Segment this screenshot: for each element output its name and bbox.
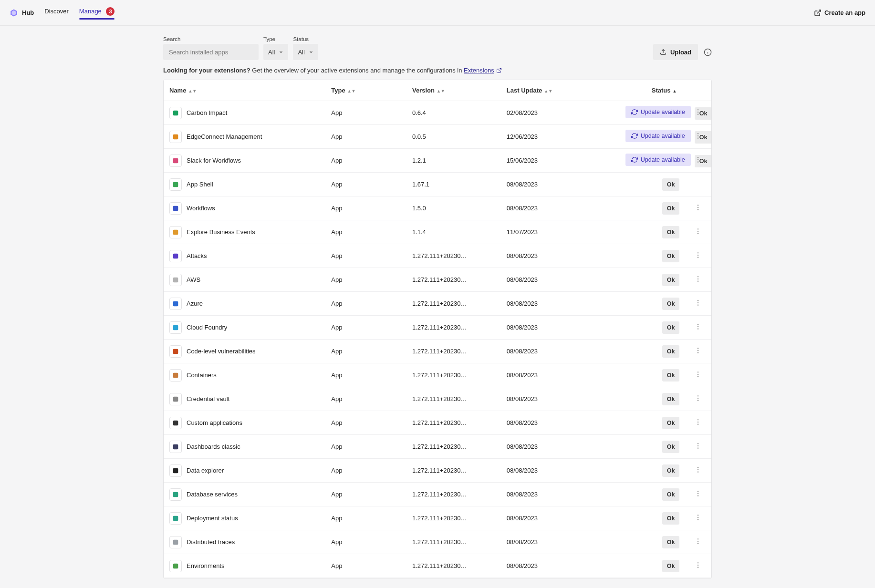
table-row[interactable]: Deployment statusApp1.272.111+20230…08/0…	[164, 506, 711, 530]
app-icon	[169, 345, 182, 358]
filter-type: Type All	[263, 36, 288, 60]
svg-point-84	[698, 567, 698, 567]
search-input[interactable]	[163, 44, 259, 60]
table-row[interactable]: ContainersApp1.272.111+20230…08/08/2023O…	[164, 363, 711, 387]
table-row[interactable]: Dashboards classicApp1.272.111+20230…08/…	[164, 435, 711, 459]
svg-rect-81	[173, 563, 178, 568]
table-row[interactable]: Data explorerApp1.272.111+20230…08/08/20…	[164, 459, 711, 483]
svg-point-14	[698, 135, 698, 136]
row-menu-button[interactable]	[694, 228, 702, 237]
svg-point-15	[698, 137, 698, 138]
table-row[interactable]: AWSApp1.272.111+20230…08/08/2023Ok	[164, 268, 711, 292]
update-available-button[interactable]: Update available	[625, 106, 691, 118]
filters-row: Search Type All Status All U	[163, 36, 712, 60]
row-menu-button[interactable]	[694, 491, 702, 499]
app-type-cell: App	[325, 220, 406, 244]
more-vertical-icon	[694, 156, 702, 164]
table-row[interactable]: Slack for WorkflowsApp1.2.115/06/2023Upd…	[164, 149, 711, 173]
table-row[interactable]: WorkflowsApp1.5.008/08/2023Ok	[164, 196, 711, 220]
extensions-link[interactable]: Extensions	[464, 67, 502, 74]
table-row[interactable]: AttacksApp1.272.111+20230…08/08/2023Ok	[164, 244, 711, 268]
row-menu-button[interactable]	[694, 395, 702, 403]
app-name-label: Attacks	[187, 252, 207, 259]
app-name-label: Workflows	[187, 205, 215, 212]
status-badge-ok: Ok	[662, 369, 680, 382]
col-header-name[interactable]: Name▲▼	[164, 80, 325, 101]
nav-discover[interactable]: Discover	[44, 8, 69, 18]
svg-point-78	[698, 538, 698, 539]
row-menu-button[interactable]	[694, 443, 702, 451]
update-available-button[interactable]: Update available	[625, 154, 691, 166]
type-select-value: All	[268, 49, 275, 56]
info-icon[interactable]	[704, 48, 712, 56]
table-row[interactable]: Credential vaultApp1.272.111+20230…08/08…	[164, 387, 711, 411]
app-type-cell: App	[325, 387, 406, 411]
status-badge-ok: Ok	[662, 345, 680, 358]
table-row[interactable]: Cloud FoundryApp1.272.111+20230…08/08/20…	[164, 316, 711, 340]
app-version-cell: 1.272.111+20230…	[412, 252, 493, 259]
app-type-cell: App	[325, 101, 406, 125]
table-row[interactable]: Carbon ImpactApp0.6.402/08/2023Update av…	[164, 101, 711, 125]
svg-point-30	[698, 252, 698, 253]
svg-point-55	[698, 397, 698, 398]
app-name-label: AWS	[187, 276, 200, 283]
status-badge-ok: Ok	[662, 321, 680, 334]
svg-point-47	[698, 350, 698, 351]
app-type-cell: App	[325, 268, 406, 292]
col-header-type[interactable]: Type▲▼	[325, 80, 406, 101]
table-row[interactable]: Distributed tracesApp1.272.111+20230…08/…	[164, 530, 711, 554]
app-name-label: Cloud Foundry	[187, 324, 227, 331]
row-menu-button[interactable]	[694, 252, 702, 260]
upload-button[interactable]: Upload	[653, 44, 698, 60]
row-menu-button[interactable]	[694, 348, 702, 356]
brand[interactable]: Hub	[10, 9, 34, 17]
app-name-label: Dashboards classic	[187, 443, 240, 450]
app-icon	[169, 202, 182, 215]
status-select[interactable]: All	[293, 44, 318, 60]
more-vertical-icon	[694, 466, 702, 474]
table-row[interactable]: AzureApp1.272.111+20230…08/08/2023Ok	[164, 292, 711, 316]
type-select[interactable]: All	[263, 44, 288, 60]
svg-point-43	[698, 326, 698, 327]
row-menu-button[interactable]	[694, 157, 702, 165]
svg-point-46	[698, 348, 698, 349]
row-menu-button[interactable]	[694, 324, 702, 332]
status-badge-ok: Ok	[662, 298, 680, 310]
col-header-menu	[684, 80, 711, 101]
svg-rect-45	[173, 349, 178, 354]
col-header-status[interactable]: Status▲	[620, 80, 685, 101]
table-row[interactable]: EdgeConnect ManagementApp0.0.512/06/2023…	[164, 125, 711, 149]
table-row[interactable]: Database servicesApp1.272.111+20230…08/0…	[164, 483, 711, 506]
row-menu-button[interactable]	[694, 133, 702, 141]
table-row[interactable]: App ShellApp1.67.108/08/2023Ok	[164, 173, 711, 196]
row-menu-button[interactable]	[694, 371, 702, 380]
row-menu-button[interactable]	[694, 300, 702, 308]
col-header-last-update[interactable]: Last Update▲▼	[501, 80, 620, 101]
table-row[interactable]: Code-level vulnerabilitiesApp1.272.111+2…	[164, 340, 711, 363]
status-badge-ok: Ok	[662, 178, 680, 191]
app-name-label: Code-level vulnerabilities	[187, 348, 256, 355]
table-row[interactable]: Custom applicationsApp1.272.111+20230…08…	[164, 411, 711, 435]
app-version-cell: 1.272.111+20230…	[412, 515, 493, 522]
app-status-cell: Ok	[620, 196, 685, 220]
col-header-version[interactable]: Version▲▼	[406, 80, 501, 101]
nav-manage[interactable]: Manage 3	[79, 7, 115, 19]
row-menu-button[interactable]	[694, 205, 702, 213]
more-vertical-icon	[694, 490, 702, 497]
create-app-button[interactable]: Create an app	[814, 9, 865, 17]
row-menu-button[interactable]	[694, 515, 702, 523]
apps-table-scroll[interactable]: Name▲▼ Type▲▼ Version▲▼ Last Update▲▼ St…	[164, 80, 711, 578]
table-row[interactable]: EnvironmentsApp1.272.111+20230…08/08/202…	[164, 554, 711, 578]
status-badge-ok: Ok	[662, 488, 680, 501]
svg-point-48	[698, 352, 698, 353]
update-available-button[interactable]: Update available	[625, 130, 691, 142]
row-menu-button[interactable]	[694, 562, 702, 570]
app-version-cell: 1.272.111+20230…	[412, 371, 493, 379]
app-type-cell: App	[325, 340, 406, 363]
row-menu-button[interactable]	[694, 276, 702, 284]
table-row[interactable]: Explore Business EventsApp1.1.411/07/202…	[164, 220, 711, 244]
row-menu-button[interactable]	[694, 467, 702, 475]
row-menu-button[interactable]	[694, 109, 702, 117]
row-menu-button[interactable]	[694, 419, 702, 427]
row-menu-button[interactable]	[694, 538, 702, 547]
